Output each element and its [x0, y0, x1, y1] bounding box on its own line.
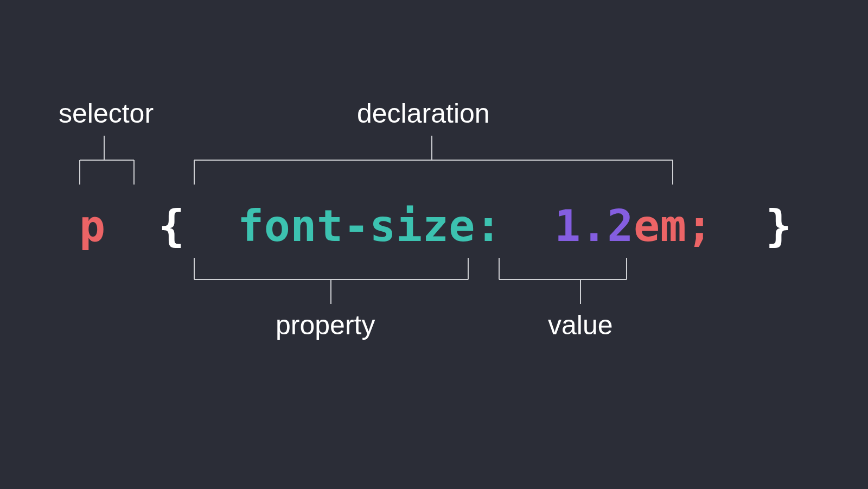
bracket-declaration — [192, 136, 680, 187]
bracket-property — [192, 255, 474, 307]
diagram-stage: selector declaration p { font-size: 1.2e… — [0, 0, 868, 489]
label-declaration: declaration — [357, 98, 490, 129]
label-property: property — [276, 309, 375, 341]
token-colon: : — [475, 201, 502, 251]
label-selector: selector — [59, 98, 154, 129]
token-value-number: 1.2 — [554, 201, 634, 251]
token-value-unit: em — [634, 201, 686, 251]
bracket-value — [496, 255, 637, 307]
css-rule-code: p { font-size: 1.2em; } — [0, 201, 868, 251]
token-selector: p — [79, 201, 106, 251]
token-brace-close: } — [765, 201, 792, 251]
token-semicolon: ; — [686, 201, 713, 251]
token-brace-open: { — [158, 201, 185, 251]
bracket-selector — [77, 136, 142, 187]
token-property: font-size — [238, 201, 475, 251]
label-value: value — [548, 309, 613, 341]
